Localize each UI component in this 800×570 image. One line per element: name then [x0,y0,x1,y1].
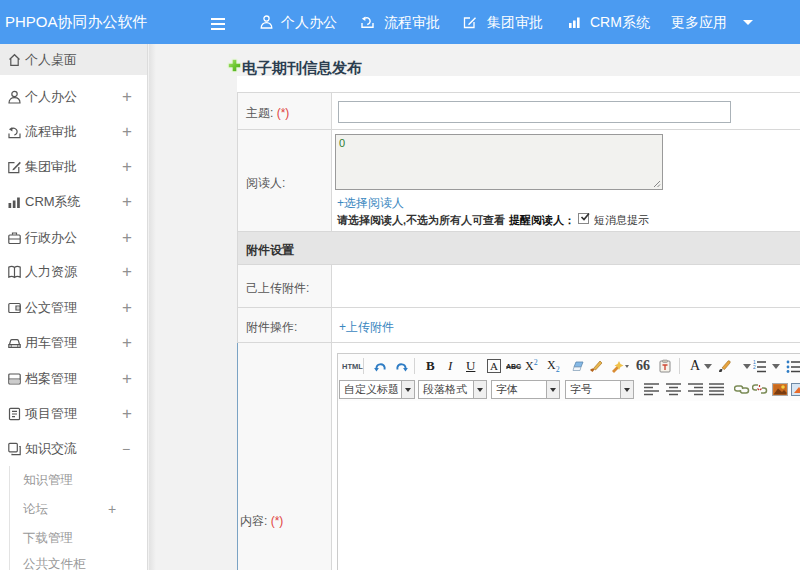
svg-text:2: 2 [753,364,756,370]
